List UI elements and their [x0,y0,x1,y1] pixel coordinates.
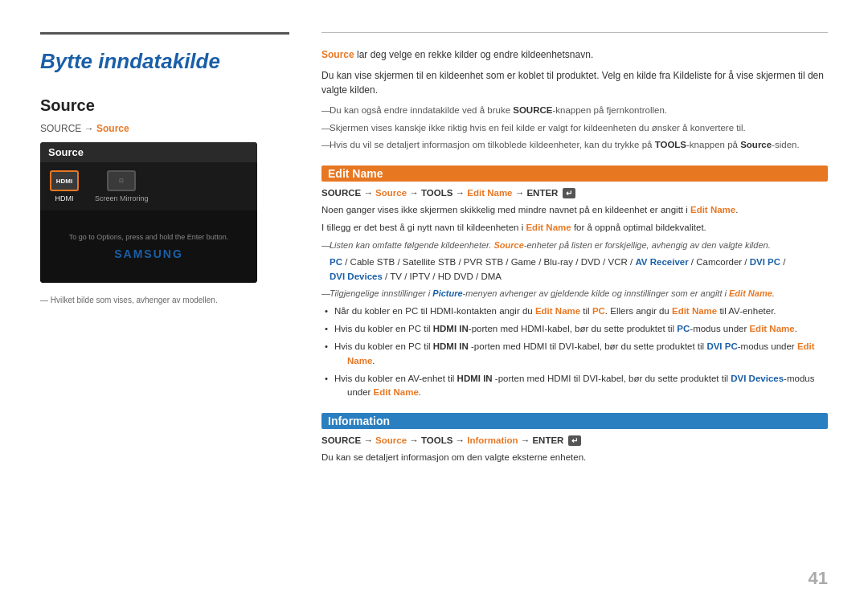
right-column: Source lar deg velge en rekke kilder og … [321,32,828,581]
nav-source: Source [96,123,129,134]
hdmi-label: HDMI [55,194,74,202]
page-title: Bytte inndatakilde [40,49,289,74]
bullet3: Hvis du vil se detaljert informasjon om … [321,138,828,152]
bullet3-bold2: Source [740,140,772,149]
picture-note: Tilgjengelige innstillinger i Picture-me… [321,288,828,300]
info-body: Du kan se detaljert informasjon om den v… [321,451,828,464]
edit-body1-bold: Edit Name [690,205,735,215]
bullet1: Du kan også endre inndatakilde ved å bru… [321,104,828,117]
info-path-prefix: SOURCE → [321,435,375,445]
enter-icon: ↵ [563,188,575,198]
info-path-source: Source [375,435,407,445]
screen-mirroring-item: ⊡ Screen Mirroring [95,170,149,202]
edit-body1-suffix: . [735,205,738,215]
intro-source-bold: Source [321,49,354,60]
information-label: Information [321,413,828,429]
edit-body2-bold: Edit Name [526,223,571,232]
bullet3-bold1: TOOLS [655,140,686,149]
dot-bullet-3: Hvis du kobler en PC til HDMI IN -porten… [321,340,828,368]
tv-center-text: To go to Options, press and hold the Ent… [69,233,229,241]
picture-note-bold: Picture [432,288,462,298]
source-heading: Source [40,96,289,115]
screen-mirroring-icon-symbol: ⊡ [119,178,124,184]
edit-body2-prefix: I tillegg er det best å gi nytt navn til… [321,223,526,232]
dot-bullet-1: Når du kobler en PC til HDMI-kontakten a… [321,304,828,318]
edit-body2-suffix: for å oppnå optimal bildekvalitet. [571,223,706,232]
edit-name-path: SOURCE → Source → TOOLS → Edit Name → EN… [321,188,828,198]
bullet2: Skjermen vises kanskje ikke riktig hvis … [321,121,828,135]
path-editname: Edit Name [467,188,512,198]
info-enter-icon: ↵ [568,435,581,446]
intro-line2: Du kan vise skjermen til en kildeenhet s… [321,68,828,97]
page-number: 41 [809,568,828,589]
intro-line1: Source lar deg velge en rekke kilder og … [321,47,828,62]
path-prefix: SOURCE → [321,188,375,198]
device-list: PC / Cable STB / Satellite STB / PVR STB… [321,255,828,284]
right-top-divider [321,32,828,33]
hdmi-source-item: HDMI HDMI [50,170,79,202]
bullet1-suffix: -knappen på fjernkontrollen. [552,105,667,115]
picture-note-middle: -menyen avhenger av gjeldende kilde og i… [463,288,729,298]
bullet1-prefix: Du kan også endre inndatakilde ved å bru… [330,105,513,115]
edit-body1-prefix: Noen ganger vises ikke skjermen skikkeli… [321,205,690,215]
bullet3-suffix: -siden. [772,140,800,149]
top-divider [40,32,289,35]
device-note-suffix: -enheter på listen er forskjellige, avhe… [524,240,771,250]
hdmi-icon-box: HDMI [50,170,79,191]
tv-screen-mockup: Source HDMI HDMI ⊡ Screen Mirroring [40,142,257,283]
nav-prefix: SOURCE → [40,123,96,134]
source-icons-row: HDMI HDMI ⊡ Screen Mirroring [40,162,257,210]
tv-center-area: To go to Options, press and hold the Ent… [40,210,257,283]
hdmi-icon-text: HDMI [56,178,72,185]
edit-body2: I tillegg er det best å gi nytt navn til… [321,221,828,235]
info-path: SOURCE → Source → TOOLS → Information → … [321,435,828,446]
left-column: Bytte inndatakilde Source SOURCE → Sourc… [40,32,289,581]
source-nav: SOURCE → Source [40,123,289,134]
path-source: Source [375,188,407,198]
screen-mirroring-label: Screen Mirroring [95,194,149,202]
left-footnote: — Hvilket bilde som vises, avhenger av m… [40,296,289,304]
edit-name-label: Edit Name [321,166,828,182]
bullet3-prefix: Hvis du vil se detaljert informasjon om … [330,140,655,149]
bullet1-bold: SOURCE [513,105,552,115]
info-path-info: Information [467,435,518,445]
device-note-source: Source [493,240,523,250]
picture-note-bold2: Edit Name [729,288,772,298]
device-list-note: Listen kan omfatte følgende kildeenheter… [321,239,828,252]
picture-note-suffix: . [772,288,775,298]
samsung-logo: SAMSUNG [114,247,183,260]
device-note-prefix: Listen kan omfatte følgende kildeenheter… [330,240,493,250]
bullet3-middle: -knappen på [686,140,740,149]
source-bar: Source [40,142,257,162]
path-enter: → ENTER [513,188,561,198]
edit-body1: Noen ganger vises ikke skjermen skikkeli… [321,203,828,217]
dot-bullet-4: Hvis du kobler en AV-enhet til HDMI IN -… [321,372,828,400]
picture-note-prefix: Tilgjengelige innstillinger i [330,288,432,298]
dot-bullet-2: Hvis du kobler en PC til HDMI IN-porten … [321,322,828,336]
screen-mirroring-icon-box: ⊡ [107,170,136,191]
intro1-rest: lar deg velge en rekke kilder og endre k… [354,49,594,60]
path-rest: → TOOLS → [407,188,467,198]
